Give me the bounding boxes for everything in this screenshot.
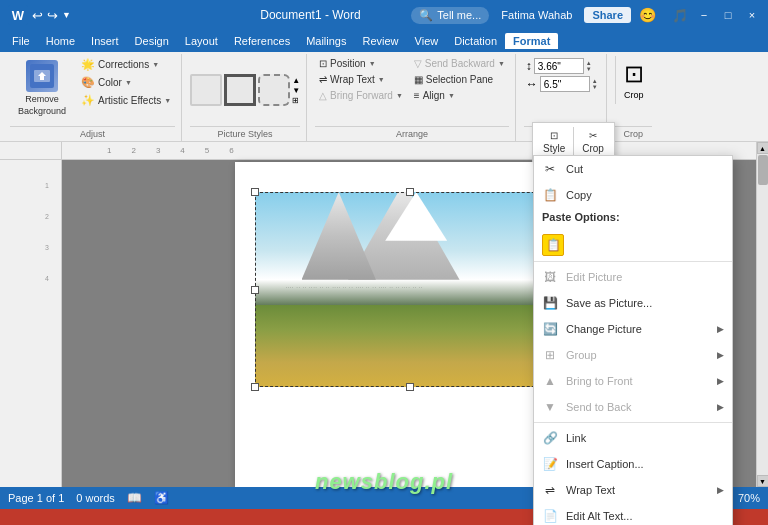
send-back-icon: ▼ — [542, 399, 558, 415]
cut-icon: ✂ — [542, 161, 558, 177]
align-button[interactable]: ≡ Align ▼ — [410, 88, 509, 103]
artistic-effects-button[interactable]: ✨ Artistic Effects ▼ — [77, 92, 175, 109]
artistic-icon: ✨ — [81, 94, 95, 107]
restore-button[interactable]: □ — [720, 7, 736, 23]
document-image: ···· ·· ·· ···· ·· ·· ···· ·· ·· ···· ··… — [255, 192, 565, 387]
menu-item-review[interactable]: Review — [355, 33, 407, 49]
height-input[interactable]: 3.66" — [534, 58, 584, 74]
bring-forward-button[interactable]: △ Bring Forward ▼ — [315, 88, 407, 103]
menu-item-file[interactable]: File — [4, 33, 38, 49]
insert-caption-icon: 📝 — [542, 456, 558, 472]
word-count: 0 words — [76, 492, 115, 504]
color-dropdown-arrow[interactable]: ▼ — [125, 79, 132, 86]
crop-mini-icon: ✂ — [589, 130, 597, 141]
bring-forward-arrow[interactable]: ▼ — [396, 92, 403, 99]
width-input[interactable]: 6.5" — [540, 76, 590, 92]
color-button[interactable]: 🎨 Color ▼ — [77, 74, 175, 91]
undo-button[interactable]: ↩ — [32, 8, 43, 23]
context-menu: ✂ Cut 📋 Copy Paste Options: 📋 🖼 Edit Pic… — [533, 155, 733, 525]
scrollbar-thumb[interactable] — [758, 155, 768, 185]
handle-bottom-middle[interactable] — [406, 383, 414, 391]
paste-icon-button[interactable]: 📋 — [542, 234, 564, 256]
width-down[interactable]: ▼ — [592, 84, 598, 90]
ctx-send-to-back: ▼ Send to Back ▶ — [534, 394, 732, 420]
handle-top-left[interactable] — [251, 188, 259, 196]
arrange-col1: ⊡ Position ▼ ⇌ Wrap Text ▼ △ Bring Forwa… — [315, 56, 407, 103]
quick-access-customize[interactable]: ▼ — [62, 10, 71, 20]
redo-button[interactable]: ↪ — [47, 8, 58, 23]
window-title: Document1 - Word — [210, 8, 412, 22]
tell-me-box[interactable]: 🔍 Tell me... — [411, 7, 489, 24]
style-mini-button[interactable]: ⊡ Style — [537, 127, 571, 157]
menu-item-insert[interactable]: Insert — [83, 33, 127, 49]
scroll-down-button[interactable]: ▼ — [757, 475, 769, 487]
crop-mini-button[interactable]: ✂ Crop — [576, 127, 610, 157]
link-icon: 🔗 — [542, 430, 558, 446]
menu-item-mailings[interactable]: Mailings — [298, 33, 354, 49]
selection-pane-button[interactable]: ▦ Selection Pane — [410, 72, 509, 87]
title-bar: W ↩ ↪ ▼ Document1 - Word 🔍 Tell me... Fa… — [0, 0, 768, 30]
vertical-scrollbar[interactable]: ▲ ▼ — [756, 142, 768, 487]
ctx-wrap-text[interactable]: ⇌ Wrap Text ▶ — [534, 477, 732, 503]
corrections-icon: 🌟 — [81, 58, 95, 71]
menu-item-design[interactable]: Design — [127, 33, 177, 49]
crop-button[interactable]: ⊡ Crop — [615, 56, 652, 104]
position-arrow[interactable]: ▼ — [369, 60, 376, 67]
proofing-icon[interactable]: 📖 — [127, 491, 142, 505]
close-button[interactable]: × — [744, 7, 760, 23]
position-button[interactable]: ⊡ Position ▼ — [315, 56, 407, 71]
search-icon: 🔍 — [419, 9, 433, 22]
send-backward-arrow[interactable]: ▼ — [498, 60, 505, 67]
style-up-arrow[interactable]: ▲ — [292, 76, 300, 85]
minimize-button[interactable]: − — [696, 7, 712, 23]
wrap-arrow[interactable]: ▼ — [378, 76, 385, 83]
style-preset-2[interactable] — [224, 74, 256, 106]
ctx-insert-caption[interactable]: 📝 Insert Caption... — [534, 451, 732, 477]
corrections-button[interactable]: 🌟 Corrections ▼ — [77, 56, 175, 73]
menu-item-view[interactable]: View — [407, 33, 447, 49]
menu-item-format[interactable]: Format — [505, 33, 558, 49]
style-preset-3[interactable] — [258, 74, 290, 106]
ctx-save-as-picture[interactable]: 💾 Save as Picture... — [534, 290, 732, 316]
artistic-dropdown-arrow[interactable]: ▼ — [164, 97, 171, 104]
menu-item-home[interactable]: Home — [38, 33, 83, 49]
align-arrow[interactable]: ▼ — [448, 92, 455, 99]
ctx-edit-alt-text[interactable]: 📄 Edit Alt Text... — [534, 503, 732, 525]
ctx-change-picture[interactable]: 🔄 Change Picture ▶ — [534, 316, 732, 342]
share-button[interactable]: Share — [584, 7, 631, 23]
ctx-link[interactable]: 🔗 Link — [534, 425, 732, 451]
ctx-cut[interactable]: ✂ Cut — [534, 156, 732, 182]
accessibility-icon[interactable]: ♿ — [154, 491, 169, 505]
send-backward-button[interactable]: ▽ Send Backward ▼ — [410, 56, 509, 71]
height-down[interactable]: ▼ — [586, 66, 592, 72]
corrections-dropdown-arrow[interactable]: ▼ — [152, 61, 159, 68]
copy-icon: 📋 — [542, 187, 558, 203]
position-icon: ⊡ — [319, 58, 327, 69]
user-name: Fatima Wahab — [501, 9, 572, 21]
ribbon-toggle-button[interactable]: 🎵 — [672, 8, 688, 23]
birds: ···· ·· ·· ···· ·· ·· ···· ·· ·· ···· ··… — [286, 285, 423, 290]
ctx-group: ⊞ Group ▶ — [534, 342, 732, 368]
color-icon: 🎨 — [81, 76, 95, 89]
align-icon: ≡ — [414, 90, 420, 101]
ctx-copy[interactable]: 📋 Copy — [534, 182, 732, 208]
height-icon: ↕ — [526, 59, 532, 73]
remove-background-button[interactable]: Remove Background — [10, 56, 74, 120]
style-down-arrow[interactable]: ▼ — [292, 86, 300, 95]
scroll-up-button[interactable]: ▲ — [757, 142, 769, 154]
scrollbar-track[interactable] — [757, 154, 769, 475]
handle-middle-left[interactable] — [251, 286, 259, 294]
menu-item-dictation[interactable]: Dictation — [446, 33, 505, 49]
handle-top-middle[interactable] — [406, 188, 414, 196]
style-preset-1[interactable] — [190, 74, 222, 106]
ribbon-group-picture-styles: ▲ ▼ ⊞ Picture Styles — [184, 54, 307, 141]
selected-image-container[interactable]: ···· ·· ·· ···· ·· ·· ···· ·· ·· ···· ··… — [255, 192, 565, 387]
width-icon: ↔ — [526, 77, 538, 91]
handle-bottom-left[interactable] — [251, 383, 259, 391]
menu-item-references[interactable]: References — [226, 33, 298, 49]
style-expand[interactable]: ⊞ — [292, 96, 300, 105]
menu-item-layout[interactable]: Layout — [177, 33, 226, 49]
ribbon-group-arrange: ⊡ Position ▼ ⇌ Wrap Text ▼ △ Bring Forwa… — [309, 54, 516, 141]
wrap-text-button[interactable]: ⇌ Wrap Text ▼ — [315, 72, 407, 87]
group-icon: ⊞ — [542, 347, 558, 363]
